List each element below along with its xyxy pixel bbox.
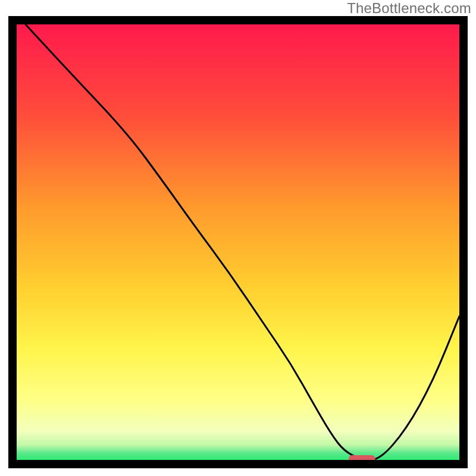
chart-plot — [0, 0, 476, 476]
minimum-marker — [349, 455, 375, 463]
gradient-background — [17, 24, 459, 460]
